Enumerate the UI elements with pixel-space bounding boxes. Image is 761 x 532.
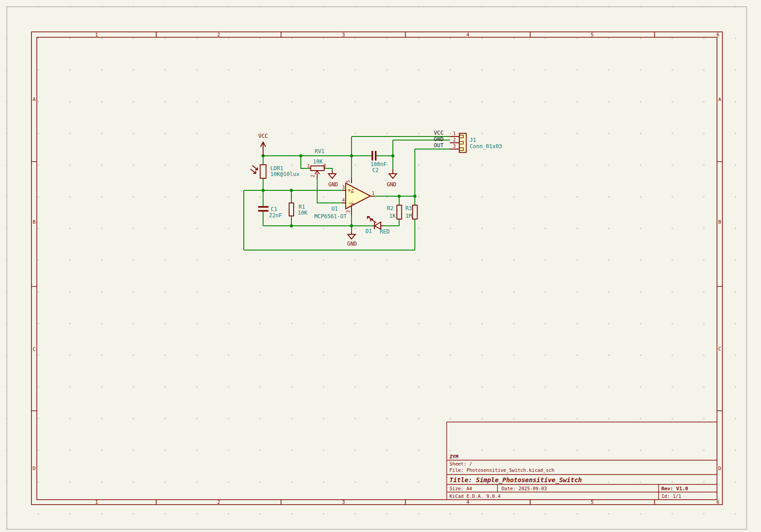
net-label-out[interactable]: OUT: [434, 142, 444, 149]
emission-arrows-icon: [367, 216, 376, 223]
junction-dot[interactable]: [350, 154, 353, 158]
component-ref[interactable]: D1: [365, 228, 372, 234]
connector-body[interactable]: [459, 133, 466, 153]
component-value[interactable]: MCP6561-OT: [314, 213, 347, 220]
frame-col-label: 4: [466, 32, 470, 38]
opamp-u1[interactable]: + - V+ V- 3 4 1 5 2 U1 MCP6561-OT: [314, 178, 374, 220]
component-ref[interactable]: C1: [271, 206, 277, 212]
gnd-power-symbol[interactable]: GND: [328, 171, 338, 188]
title-block: ZYM Sheet: / File: Photosensitive_Switch…: [447, 422, 717, 500]
connector-j1[interactable]: 1 2 3 J1 Conn_01x03: [450, 131, 502, 153]
potentiometer-rv1[interactable]: RV1 10K 1 3 2: [307, 148, 326, 179]
component-value[interactable]: 100nF: [370, 161, 387, 167]
component-ref[interactable]: LDR1: [270, 165, 283, 171]
pin-number: 2: [453, 137, 456, 142]
light-arrows-icon: [251, 166, 258, 174]
frame-col-label: 6: [717, 499, 720, 505]
component-value[interactable]: 10K: [313, 158, 323, 165]
component-ref[interactable]: U1: [331, 206, 338, 212]
frame-col-label: 2: [217, 499, 220, 505]
gnd-power-symbol[interactable]: GND: [387, 169, 396, 188]
component-value[interactable]: 22nF: [269, 212, 282, 219]
component-ref[interactable]: J1: [470, 137, 476, 143]
pin-number: 4: [342, 198, 345, 202]
frame-row-label: B: [718, 219, 721, 225]
junction-dot[interactable]: [398, 195, 401, 198]
frame-row-label: B: [33, 219, 36, 225]
title-block-sheet: Sheet: /: [449, 461, 472, 466]
title-block-title: Title: Simple_Photosensitive_Switch: [449, 476, 582, 484]
frame-row-label: A: [718, 97, 721, 102]
frame-row-label: D: [33, 466, 36, 471]
component-value[interactable]: RED: [380, 229, 390, 235]
gnd-power-symbol[interactable]: GND: [347, 232, 357, 247]
component-ref[interactable]: R3: [405, 205, 412, 211]
capacitor-c2[interactable]: 100nF C2: [370, 151, 387, 173]
junction-dot[interactable]: [350, 224, 353, 228]
vcc-label[interactable]: VCC: [258, 133, 268, 139]
component-ref[interactable]: C2: [372, 167, 378, 173]
capacitor-c1[interactable]: C1 22nF: [258, 206, 282, 219]
title-block-rev: Rev: V1.0: [661, 486, 688, 492]
gnd-label[interactable]: GND: [328, 181, 338, 188]
vcc-power-symbol[interactable]: VCC: [258, 133, 268, 156]
junction-dot[interactable]: [290, 189, 293, 192]
component-ref[interactable]: R2: [387, 205, 393, 211]
sheet-frame: 1 2 3 4 5 6 1 2 3 4 5 6 A B C D A B C D: [31, 32, 722, 505]
resistor-r3[interactable]: R3 1M: [405, 205, 418, 219]
title-block-company: ZYM: [449, 454, 458, 460]
resistor-r1[interactable]: R1 10K: [289, 203, 308, 216]
junction-dot[interactable]: [391, 154, 395, 158]
pin-number: 1: [307, 163, 310, 168]
pin-number: 3: [323, 163, 326, 168]
pin-number: 2: [346, 210, 351, 213]
frame-col-label: 5: [591, 32, 594, 38]
frame-col-label: 1: [95, 32, 98, 38]
title-block-tool: KiCad E.D.A. 9.0.4: [449, 493, 501, 499]
frame-col-label: 6: [717, 32, 720, 38]
pin-number: 3: [453, 144, 456, 149]
component-value[interactable]: 10K@10lux: [270, 171, 299, 177]
title-block-file: File: Photosensitive_Switch.kicad_sch: [449, 467, 554, 473]
gnd-label[interactable]: GND: [387, 181, 396, 188]
wire-out-to-j1[interactable]: [415, 149, 450, 196]
junction-dot[interactable]: [413, 195, 417, 198]
component-value[interactable]: 10K: [298, 210, 308, 216]
net-label-gnd[interactable]: GND: [434, 136, 444, 142]
frame-col-label: 1: [95, 499, 98, 505]
frame-col-label: 3: [342, 32, 345, 38]
resistor-r2[interactable]: R2 1K: [387, 205, 402, 219]
frame-row-label: D: [718, 466, 721, 471]
schematic-canvas[interactable]: 1 2 3 4 5 6 1 2 3 4 5 6 A B C D A B C D: [0, 0, 761, 532]
component-ref[interactable]: R1: [299, 204, 305, 210]
junction-dot[interactable]: [290, 224, 293, 228]
opamp-vplus-label: V+: [350, 188, 355, 193]
title-block-size: Size: A4: [449, 486, 472, 491]
title-block-id: Id: 1/1: [661, 493, 681, 499]
frame-col-label: 5: [591, 499, 594, 505]
photoresistor-ldr1[interactable]: LDR1 10K@10lux: [251, 165, 299, 178]
frame-row-label: A: [33, 97, 36, 102]
junction-dot[interactable]: [262, 189, 265, 192]
pin-number: 3: [342, 185, 345, 190]
wiper-arrow-icon: [315, 171, 320, 179]
frame-col-label: 3: [342, 499, 345, 505]
pin-number: 1: [372, 191, 374, 196]
frame-col-label: 2: [217, 32, 220, 38]
pin-number: 1: [453, 131, 456, 136]
frame-row-label: C: [33, 346, 36, 352]
net-labels[interactable]: VCC GND OUT: [434, 130, 444, 149]
component-value[interactable]: 1M: [405, 213, 412, 219]
wire-feedback-loop[interactable]: [244, 190, 415, 250]
wire-rv1-pin3[interactable]: [324, 168, 332, 171]
net-label-vcc[interactable]: VCC: [434, 130, 444, 136]
title-block-date: Date: 2025-09-03: [501, 486, 547, 491]
frame-col-label: 4: [466, 499, 470, 505]
component-value[interactable]: Conn_01x03: [470, 143, 502, 149]
component-value[interactable]: 1K: [389, 213, 396, 219]
component-ref[interactable]: RV1: [315, 148, 325, 154]
junction-dot[interactable]: [299, 154, 303, 158]
pin-number: 2: [310, 175, 315, 177]
page-edge: [7, 7, 747, 529]
gnd-label[interactable]: GND: [347, 241, 357, 247]
